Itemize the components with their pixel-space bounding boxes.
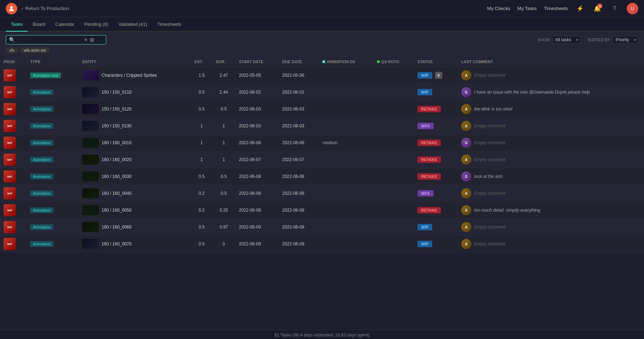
- status-badge: RETAKE: [417, 106, 440, 112]
- notification-icon[interactable]: 🔔 2: [592, 4, 602, 14]
- tab-timesheets[interactable]: Timesheets: [152, 17, 186, 32]
- type-badge: Animation: [30, 89, 53, 95]
- entity-name: 160 / 160_0010: [102, 140, 131, 145]
- cell-status: WIP: [414, 84, 458, 101]
- cell-entity: 160 / 160_0070: [79, 236, 191, 253]
- cell-est: 0.5: [191, 219, 212, 236]
- entity-name: Characters / Crippled Sprites: [102, 73, 157, 78]
- cell-prod: SHT: [0, 168, 27, 185]
- col-qa-roto: QA ROTO: [373, 57, 414, 67]
- status-cell: RETAKE: [417, 207, 454, 213]
- footer: 81 Tasks (98.4 days estimated, 10.63 day…: [0, 330, 644, 339]
- comment-cell: AEmpty comment: [461, 239, 640, 249]
- back-button[interactable]: ‹ Return To Production: [22, 6, 69, 11]
- cell-prod: SHT: [0, 67, 27, 84]
- status-cell: RETAKE: [417, 106, 454, 112]
- comment-text: too much detail, simpify everything: [474, 208, 540, 213]
- table-row[interactable]: SHTAnimation150 / 150_01100.52.442022-06…: [0, 84, 644, 101]
- comment-avatar: A: [461, 239, 471, 249]
- help-icon[interactable]: ?: [610, 4, 620, 14]
- cell-dur: 1: [212, 135, 235, 151]
- my-checks-link[interactable]: My Checks: [487, 6, 510, 11]
- svg-point-0: [10, 6, 13, 9]
- cell-type: Animation: [27, 118, 79, 135]
- cell-dur: 2.44: [212, 84, 235, 101]
- table-row[interactable]: SHTAnimation160 / 160_00700.502022-06-09…: [0, 236, 644, 253]
- type-badge: Animation: [30, 190, 53, 196]
- table-row[interactable]: SHTAnimation150 / 150_0130112022-06-0320…: [0, 118, 644, 135]
- comment-text: Empty comment: [474, 140, 505, 145]
- my-tasks-link[interactable]: My Tasks: [517, 6, 537, 11]
- search-icon: 🔍: [9, 37, 15, 43]
- prod-logo: SHT: [4, 204, 16, 216]
- cell-last-comment: AEmpty comment: [458, 236, 644, 253]
- table-row[interactable]: SHTAnimation testCharacters / Crippled S…: [0, 67, 644, 84]
- tab-calendar[interactable]: Calendar: [50, 17, 79, 32]
- cell-qa-roto: [373, 84, 414, 101]
- prod-logo: SHT: [4, 238, 16, 250]
- tab-validated[interactable]: Validated (41): [113, 17, 152, 32]
- cell-animation-dii: medium: [319, 135, 373, 151]
- tab-board[interactable]: Board: [28, 17, 50, 32]
- cell-due-date: 2022-06-08: [279, 168, 319, 185]
- table-row[interactable]: SHTAnimation160 / 160_0020112022-06-0720…: [0, 151, 644, 168]
- timesheets-link[interactable]: Timesheets: [544, 6, 568, 11]
- cell-last-comment: AEmpty comment: [458, 151, 644, 168]
- show-select[interactable]: All tasks: [552, 36, 580, 44]
- prod-icon: SHT: [4, 204, 16, 216]
- table-row[interactable]: SHTAnimation160 / 160_00500.20.252022-06…: [0, 202, 644, 219]
- table-row[interactable]: SHTAnimation160 / 160_00300.50.52022-06-…: [0, 168, 644, 185]
- cell-dur: 0.97: [212, 219, 235, 236]
- pause-button[interactable]: ⏸: [435, 72, 442, 79]
- table-row[interactable]: SHTAnimation150 / 150_01200.50.52022-06-…: [0, 101, 644, 118]
- back-label: Return To Production: [25, 6, 69, 11]
- cell-entity: 160 / 160_0020: [79, 151, 191, 168]
- tag-wfa-anim-set[interactable]: wfa anim set: [20, 47, 50, 53]
- cell-entity: 150 / 150_0130: [79, 118, 191, 135]
- status-cell: WIP: [417, 224, 454, 230]
- task-table-container: PROD TYPE ENTITY EST. DUR. START DATE: [0, 57, 644, 330]
- cell-last-comment: AEmpty comment: [458, 67, 644, 84]
- user-avatar[interactable]: U: [627, 3, 638, 14]
- comment-avatar: G: [461, 171, 471, 182]
- table-row[interactable]: SHTAnimation160 / 160_00400.20.52022-06-…: [0, 185, 644, 202]
- status-cell: RETAKE: [417, 173, 454, 180]
- search-input[interactable]: [17, 37, 82, 43]
- cell-type: Animation: [27, 135, 79, 151]
- table-row[interactable]: SHTAnimation160 / 160_00600.50.972022-06…: [0, 219, 644, 236]
- cell-qa-roto: [373, 151, 414, 168]
- tab-tasks[interactable]: Tasks: [6, 17, 28, 32]
- cell-entity: 160 / 160_0050: [79, 202, 191, 219]
- cell-start-date: 2022-06-02: [235, 84, 279, 101]
- cell-prod: SHT: [0, 151, 27, 168]
- tag-vfx[interactable]: vfx: [6, 47, 18, 53]
- cell-prod: SHT: [0, 236, 27, 253]
- cell-entity: 160 / 160_0060: [79, 219, 191, 236]
- tab-timesheets-label: Timesheets: [157, 22, 181, 27]
- entity-cell: 150 / 150_0130: [82, 121, 187, 131]
- entity-cell: 160 / 160_0050: [82, 205, 187, 215]
- sort-select[interactable]: Priority: [612, 36, 638, 44]
- cell-status: WFA: [414, 118, 458, 135]
- tab-pending[interactable]: Pending (6): [79, 17, 113, 32]
- prod-logo: SHT: [4, 170, 16, 183]
- tab-calendar-label: Calendar: [55, 22, 74, 27]
- clear-search-button[interactable]: ✕: [84, 37, 88, 42]
- cell-est: 1: [191, 118, 212, 135]
- cell-animation-dii: [319, 151, 373, 168]
- comment-text: Empty comment: [474, 73, 505, 78]
- flash-icon[interactable]: ⚡: [575, 4, 585, 14]
- col-animation-dii: ANIMATION DII: [319, 57, 373, 67]
- cell-last-comment: Atoo much detail, simpify everything: [458, 202, 644, 219]
- entity-cell: 160 / 160_0040: [82, 188, 187, 198]
- cell-dur: 0: [212, 236, 235, 253]
- cell-animation-dii: [319, 202, 373, 219]
- cell-start-date: 2022-06-09: [235, 219, 279, 236]
- cell-animation-dii: [319, 101, 373, 118]
- table-row[interactable]: SHTAnimation160 / 160_0010112022-06-0620…: [0, 135, 644, 151]
- status-cell: WFA: [417, 123, 454, 129]
- filter-icon[interactable]: ⊞: [90, 37, 94, 43]
- cell-status: WIP: [414, 219, 458, 236]
- type-badge: Animation: [30, 106, 53, 112]
- cell-status: RETAKE: [414, 135, 458, 151]
